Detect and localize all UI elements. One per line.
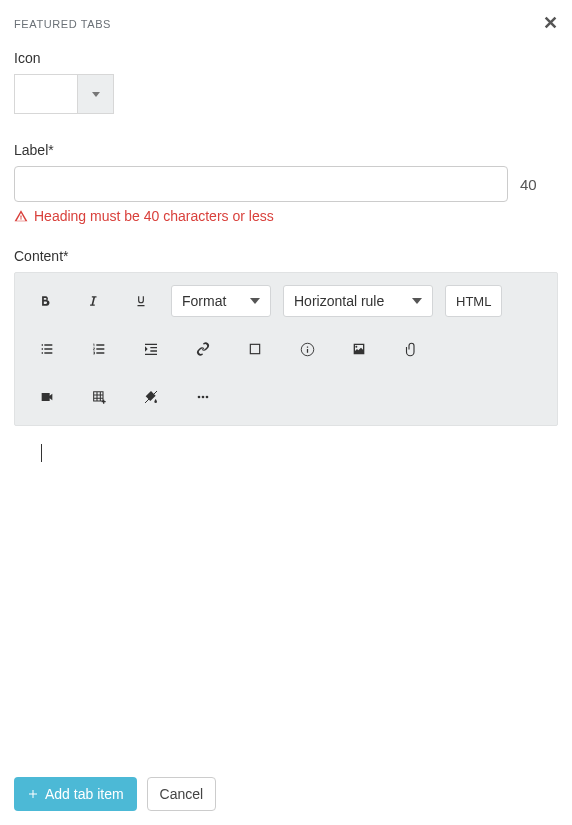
indent-icon	[143, 341, 159, 357]
more-button[interactable]	[177, 379, 229, 415]
chevron-down-icon	[92, 92, 100, 97]
paperclip-icon	[404, 342, 419, 357]
char-count: 40	[520, 176, 537, 193]
icon-picker[interactable]	[14, 74, 114, 114]
indent-button[interactable]	[125, 331, 177, 367]
svg-rect-0	[250, 344, 259, 353]
editor-toolbar: Format Horizontal rule HTML	[14, 272, 558, 426]
label-error: Heading must be 40 characters or less	[14, 208, 558, 224]
underline-icon	[134, 294, 148, 308]
label-input[interactable]	[14, 166, 508, 202]
image-button[interactable]	[333, 331, 385, 367]
cancel-button-label: Cancel	[160, 786, 204, 802]
numbered-list-button[interactable]	[73, 331, 125, 367]
underline-button[interactable]	[117, 283, 165, 319]
link-icon	[195, 341, 211, 357]
label-error-text: Heading must be 40 characters or less	[34, 208, 274, 224]
info-icon	[300, 342, 315, 357]
more-icon	[195, 389, 211, 405]
numbered-list-icon	[91, 341, 107, 357]
format-select[interactable]: Format	[171, 285, 271, 317]
link-button[interactable]	[177, 331, 229, 367]
bullet-list-icon	[39, 341, 55, 357]
plus-icon	[27, 788, 39, 800]
html-button-label: HTML	[456, 294, 491, 309]
cancel-button[interactable]: Cancel	[147, 777, 217, 811]
italic-icon	[86, 294, 100, 308]
icon-preview	[15, 75, 77, 113]
content-editor[interactable]	[14, 426, 558, 786]
html-button[interactable]: HTML	[445, 285, 502, 317]
chevron-down-icon	[412, 298, 422, 304]
icon-field-label: Icon	[14, 50, 558, 66]
svg-point-5	[206, 396, 209, 399]
table-icon	[91, 389, 107, 405]
attachment-button[interactable]	[385, 331, 437, 367]
close-icon[interactable]: ✕	[543, 14, 558, 32]
add-tab-item-button[interactable]: Add tab item	[14, 777, 137, 811]
add-tab-item-label: Add tab item	[45, 786, 124, 802]
video-button[interactable]	[21, 379, 73, 415]
box-button[interactable]	[229, 331, 281, 367]
bullet-list-button[interactable]	[21, 331, 73, 367]
paint-bucket-icon	[143, 389, 159, 405]
chevron-down-icon	[250, 298, 260, 304]
horizontal-rule-label: Horizontal rule	[294, 293, 384, 309]
italic-button[interactable]	[69, 283, 117, 319]
text-cursor	[41, 444, 42, 462]
clear-format-button[interactable]	[125, 379, 177, 415]
warning-icon	[14, 209, 28, 223]
svg-point-4	[202, 396, 205, 399]
content-field-label: Content*	[14, 248, 558, 264]
label-field-label: Label*	[14, 142, 558, 158]
bold-icon	[38, 294, 52, 308]
image-icon	[351, 341, 367, 357]
horizontal-rule-select[interactable]: Horizontal rule	[283, 285, 433, 317]
icon-picker-toggle[interactable]	[77, 75, 113, 113]
bold-button[interactable]	[21, 283, 69, 319]
square-icon	[248, 342, 262, 356]
svg-point-3	[198, 396, 201, 399]
section-title: FEATURED TABS	[14, 18, 111, 30]
video-icon	[39, 389, 55, 405]
table-button[interactable]	[73, 379, 125, 415]
info-button[interactable]	[281, 331, 333, 367]
format-select-label: Format	[182, 293, 226, 309]
